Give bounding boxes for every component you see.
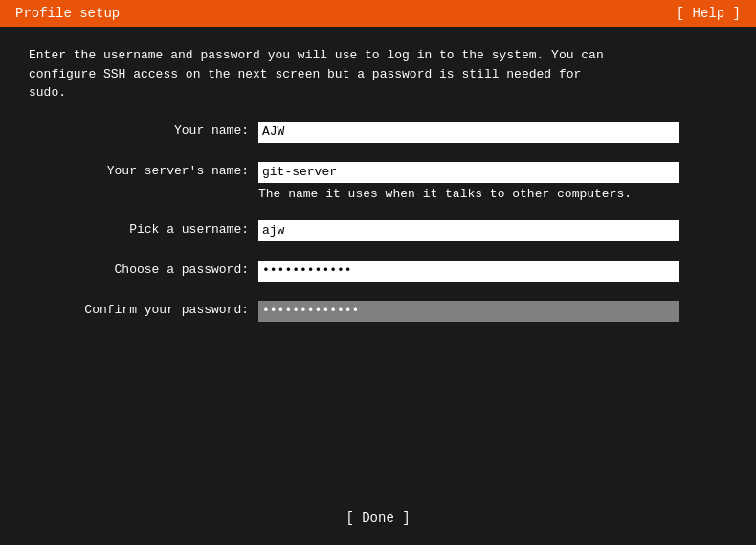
password-label: Choose a password: — [29, 261, 258, 277]
header: Profile setup [ Help ] — [0, 0, 756, 27]
password-input[interactable] — [258, 261, 679, 282]
server-name-input[interactable] — [258, 162, 679, 183]
username-input[interactable] — [258, 220, 679, 241]
username-row: Pick a username: — [29, 220, 727, 241]
confirm-password-input[interactable] — [258, 301, 679, 322]
server-name-field-col: The name it uses when it talks to other … — [258, 162, 727, 201]
form-area: Your name: Your server's name: The name … — [29, 122, 727, 322]
main-content: Enter the username and password you will… — [0, 27, 756, 360]
description-line2: configure SSH access on the next screen … — [29, 67, 581, 81]
server-name-hint: The name it uses when it talks to other … — [258, 187, 727, 201]
username-field-col — [258, 220, 727, 241]
done-button[interactable]: [ Done ] — [345, 511, 410, 526]
your-name-field-col — [258, 122, 727, 143]
server-name-row: Your server's name: The name it uses whe… — [29, 162, 727, 201]
description-line3: sudo. — [29, 85, 66, 100]
header-title: Profile setup — [15, 6, 120, 21]
confirm-password-row: Confirm your password: — [29, 301, 727, 322]
confirm-password-label: Confirm your password: — [29, 301, 258, 317]
description-line1: Enter the username and password you will… — [29, 48, 604, 62]
password-field-col — [258, 261, 727, 282]
your-name-input[interactable] — [258, 122, 679, 143]
password-row: Choose a password: — [29, 261, 727, 282]
your-name-label: Your name: — [29, 122, 258, 138]
your-name-row: Your name: — [29, 122, 727, 143]
confirm-password-field-col — [258, 301, 727, 322]
description-text: Enter the username and password you will… — [29, 46, 727, 102]
server-name-label: Your server's name: — [29, 162, 258, 178]
username-label: Pick a username: — [29, 220, 258, 237]
footer: [ Done ] — [0, 511, 756, 526]
help-button[interactable]: [ Help ] — [677, 6, 741, 21]
